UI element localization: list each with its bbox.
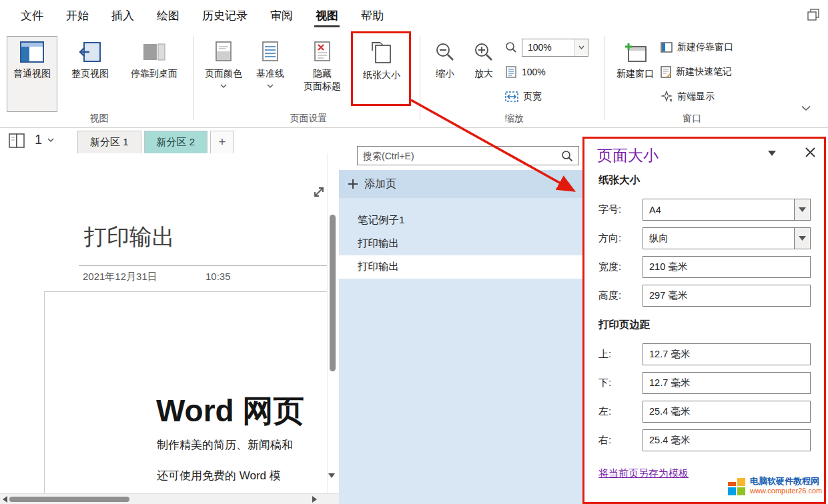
zoom-out-label: 缩小 <box>436 67 454 79</box>
zoom-out-button[interactable]: 缩小 <box>428 36 462 112</box>
scroll-right-icon[interactable] <box>312 496 317 503</box>
margin-right-input[interactable]: 25.4 毫米 <box>643 429 811 451</box>
vertical-scrollbar-thumb[interactable] <box>330 215 336 371</box>
width-input[interactable]: 210 毫米 <box>643 256 811 278</box>
height-input[interactable]: 297 毫米 <box>643 285 811 307</box>
page-list-item[interactable]: 笔记例子1 <box>339 209 582 232</box>
ribbon-collapse-icon[interactable] <box>801 105 811 111</box>
scroll-left-icon[interactable] <box>3 496 7 503</box>
section-tab-2[interactable]: 新分区 2 <box>144 131 208 153</box>
page-nav-count: 1 <box>35 132 42 147</box>
group-label-window: 窗口 <box>608 113 775 125</box>
paper-size-button[interactable]: 纸张大小 <box>356 36 408 112</box>
menu-draw[interactable]: 绘图 <box>145 0 191 31</box>
search-box <box>357 146 579 165</box>
always-on-top-label: 前端显示 <box>677 91 715 103</box>
chevron-down-icon <box>794 199 810 220</box>
full-page-view-icon <box>79 41 101 63</box>
paper-size-icon <box>370 41 393 64</box>
expand-icon[interactable] <box>312 185 326 199</box>
zoom-100-icon <box>505 66 517 78</box>
paper-size-label: 纸张大小 <box>363 69 400 81</box>
page-color-button[interactable]: 页面颜色 <box>199 36 248 112</box>
horizontal-scrollbar-thumb[interactable] <box>9 497 129 502</box>
always-on-top-button[interactable]: 前端显示 <box>661 87 715 107</box>
page-list-item-title: 打印输出 <box>358 260 399 274</box>
menu-review[interactable]: 审阅 <box>259 0 304 31</box>
title-divider <box>79 265 327 266</box>
page-list-panel: 添加页 笔记例子1 打印输出 打印输出 <box>339 170 582 504</box>
printout-line: 制作精美的简历、新闻稿和 <box>157 437 293 453</box>
group-separator <box>193 36 193 120</box>
orientation-label: 方向: <box>598 232 621 245</box>
add-page-button[interactable]: 添加页 <box>339 170 582 198</box>
printout-embed[interactable]: Word 网页 制作精美的简历、新闻稿和 还可使用免费的 Word 模 <box>44 291 327 493</box>
panel-dropdown-icon[interactable] <box>768 151 776 156</box>
normal-view-icon <box>20 41 44 63</box>
rule-lines-button[interactable]: 基准线 <box>249 36 292 112</box>
normal-view-button[interactable]: 普通视图 <box>7 36 57 112</box>
full-page-view-button[interactable]: 整页视图 <box>63 36 117 112</box>
size-row: 字号: A4 <box>584 199 824 221</box>
watermark-site-name: 电脑软硬件教程网 <box>750 476 822 487</box>
page-width-button[interactable]: 页宽 <box>505 87 542 107</box>
horizontal-scrollbar[interactable] <box>0 493 339 504</box>
chevron-down-icon <box>267 84 274 88</box>
rule-lines-label: 基准线 <box>256 67 284 79</box>
dock-to-desktop-button[interactable]: 停靠到桌面 <box>120 36 188 112</box>
paper-size-select[interactable]: A4 <box>643 199 811 221</box>
zoom-100-button[interactable]: 100% <box>505 62 546 82</box>
zoom-level-control: 100% <box>505 37 588 57</box>
margin-top-value: 12.7 毫米 <box>643 348 810 361</box>
margin-left-input[interactable]: 25.4 毫米 <box>643 401 811 423</box>
new-quick-note-button[interactable]: 新建快速笔记 <box>661 62 732 82</box>
page-list-item-selected[interactable]: 打印输出 <box>339 255 582 279</box>
printout-heading: Word 网页 <box>156 391 304 432</box>
search-input[interactable] <box>363 151 561 161</box>
scroll-down-icon[interactable] <box>325 468 338 483</box>
new-docked-window-button[interactable]: 新建停靠窗口 <box>661 37 733 57</box>
margin-right-row: 右: 25.4 毫米 <box>584 429 824 451</box>
page-list-item-title: 打印输出 <box>358 237 399 251</box>
menu-history[interactable]: 历史记录 <box>191 0 259 31</box>
group-label-page-setup: 页面设置 <box>197 113 420 125</box>
menu-home[interactable]: 开始 <box>55 0 100 31</box>
zoom-in-button[interactable]: 放大 <box>467 36 500 112</box>
group-separator <box>604 36 604 120</box>
chevron-down-icon <box>794 228 810 249</box>
orientation-select[interactable]: 纵向 <box>643 227 811 249</box>
new-window-button[interactable]: 新建窗口 <box>611 36 659 112</box>
page-nav-dropdown[interactable]: 1 <box>35 132 54 147</box>
close-icon[interactable] <box>802 144 818 160</box>
section-tab-1[interactable]: 新分区 1 <box>77 131 141 153</box>
page-list-item-title: 笔记例子1 <box>358 213 405 227</box>
menu-help[interactable]: 帮助 <box>350 0 395 31</box>
add-section-button[interactable]: + <box>210 131 234 153</box>
margin-right-label: 右: <box>598 434 611 447</box>
group-label-zoom: 缩放 <box>424 113 604 125</box>
page-list-item[interactable]: 打印输出 <box>339 232 582 255</box>
width-label: 宽度: <box>598 261 621 273</box>
zoom-level-select[interactable]: 100% <box>522 39 588 57</box>
page-title[interactable]: 打印输出 <box>84 222 175 253</box>
page-width-label: 页宽 <box>523 91 542 103</box>
section-tab-label: 新分区 2 <box>157 136 195 149</box>
margin-top-row: 上: 12.7 毫米 <box>584 343 824 365</box>
menu-view[interactable]: 视图 <box>304 0 350 31</box>
margin-top-input[interactable]: 12.7 毫米 <box>643 343 811 365</box>
hide-page-title-button[interactable]: 隐藏 页面标题 <box>294 36 350 112</box>
ribbon: 普通视图 整页视图 停靠到桌面 视图 页面颜色 基准线 隐藏 页面标题 纸张大小… <box>0 31 828 128</box>
margin-top-label: 上: <box>598 348 611 361</box>
save-as-template-link[interactable]: 将当前页另存为模板 <box>598 467 689 480</box>
margin-bottom-input[interactable]: 12.7 毫米 <box>643 372 811 394</box>
menu-insert[interactable]: 插入 <box>100 0 145 31</box>
notebook-icon[interactable] <box>8 133 27 149</box>
window-restore-icon[interactable] <box>807 8 820 21</box>
always-on-top-icon <box>661 91 673 103</box>
page-canvas: 打印输出 2021年12月31日 10:35 Word 网页 制作精美的简历、新… <box>0 153 327 493</box>
menu-file[interactable]: 文件 <box>9 0 55 31</box>
zoom-in-icon <box>473 41 494 63</box>
new-docked-window-icon <box>661 42 673 53</box>
chevron-down-icon <box>574 39 588 56</box>
search-icon[interactable] <box>561 150 573 162</box>
